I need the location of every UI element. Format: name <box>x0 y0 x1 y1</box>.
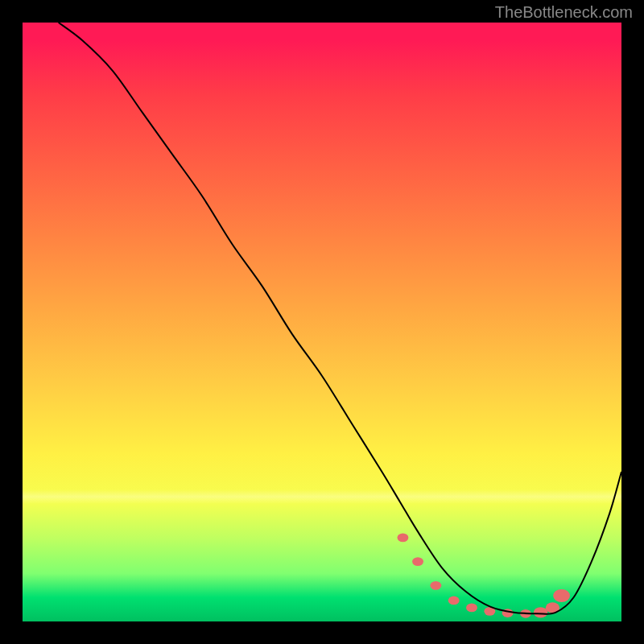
chart-svg <box>23 23 621 621</box>
chart-marker <box>430 581 441 590</box>
chart-marker <box>553 589 570 602</box>
chart-plot-area <box>23 23 621 621</box>
watermark-text: TheBottleneck.com <box>495 3 633 22</box>
chart-marker <box>397 533 408 542</box>
chart-markers <box>397 533 570 617</box>
chart-curve-path <box>59 23 621 614</box>
chart-marker <box>534 607 547 617</box>
chart-marker <box>466 604 477 613</box>
chart-marker <box>448 597 460 605</box>
chart-marker <box>412 557 423 566</box>
